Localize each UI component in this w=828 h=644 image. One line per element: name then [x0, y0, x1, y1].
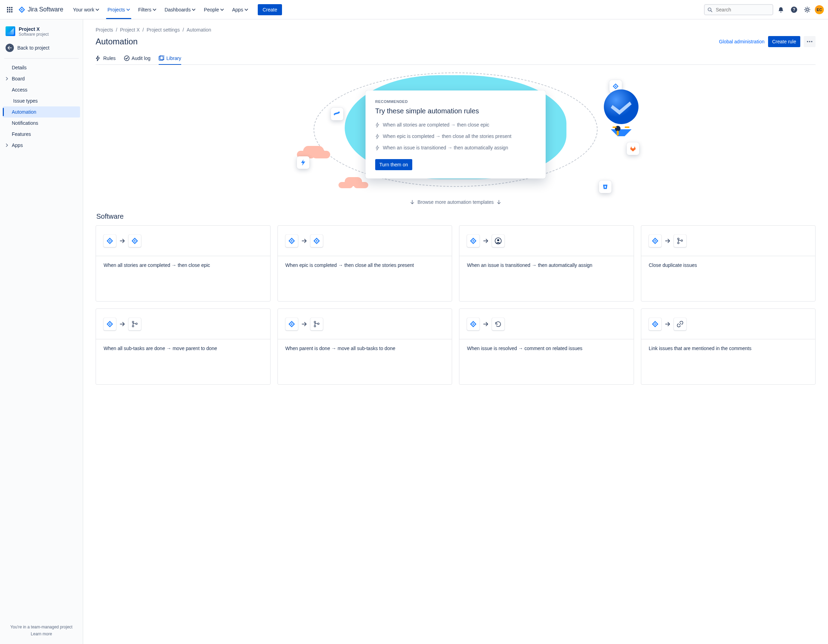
jira-token-icon [285, 318, 298, 330]
template-card-label: When epic is completed → then close all … [278, 256, 452, 274]
branch-token-icon [310, 318, 323, 330]
back-to-project[interactable]: Back to project [3, 40, 80, 55]
settings-icon[interactable] [802, 4, 813, 15]
bolt-icon [375, 123, 380, 128]
avatar[interactable]: EC [815, 5, 824, 14]
footer-text: You're in a team-managed project [4, 625, 78, 630]
template-card-header [459, 226, 634, 256]
browse-more[interactable]: Browse more automation templates [96, 199, 815, 205]
chevron-down-icon [96, 8, 99, 11]
project-name: Project X [19, 26, 49, 32]
template-card[interactable]: When all sub-tasks are done → move paren… [96, 308, 271, 385]
recommended-rule-text: When all stories are completed → then cl… [383, 122, 489, 128]
sidebar-item-label: Details [12, 65, 27, 71]
branch-token-icon [129, 318, 141, 330]
sidebar-item-access[interactable]: Access [3, 84, 80, 95]
tab-rules[interactable]: Rules [96, 53, 116, 64]
svg-rect-18 [613, 127, 617, 128]
page-title: Automation [96, 37, 138, 46]
sidebar-footer: You're in a team-managed project Learn m… [3, 621, 80, 641]
nav-item-filters[interactable]: Filters [134, 0, 160, 19]
template-card-label: Close duplicate issues [641, 256, 815, 274]
recommended-rule: When all stories are completed → then cl… [375, 122, 536, 128]
svg-rect-20 [617, 131, 619, 135]
chevron-right-icon [6, 143, 10, 147]
confluence-tile-icon [331, 108, 343, 120]
sidebar-item-issue-types[interactable]: Issue types [3, 95, 80, 107]
template-card-header [96, 309, 270, 339]
sidebar: Project X Software project Back to proje… [0, 19, 83, 644]
nav-item-projects[interactable]: Projects [103, 0, 134, 19]
template-card-header [641, 226, 815, 256]
template-card[interactable]: When parent is done → move all sub-tasks… [278, 308, 452, 385]
decorative-cloud-icon [345, 177, 362, 186]
sidebar-item-label: Features [12, 131, 31, 137]
templates-grid: When all stories are completed → then cl… [96, 225, 815, 385]
sidebar-item-board[interactable]: Board [3, 73, 80, 84]
bolt-icon [96, 55, 101, 61]
sidebar-item-label: Notifications [12, 120, 38, 126]
template-card-header [641, 309, 815, 339]
sidebar-item-features[interactable]: Features [3, 129, 80, 140]
sidebar-item-notifications[interactable]: Notifications [3, 118, 80, 129]
bitbucket-tile-icon [599, 181, 612, 193]
breadcrumb-item[interactable]: Project X [120, 27, 140, 33]
chevron-down-icon [153, 8, 156, 11]
search-box[interactable] [704, 4, 773, 15]
tab-label: Library [166, 55, 181, 61]
nav-item-your-work[interactable]: Your work [69, 0, 103, 19]
template-card[interactable]: Link issues that are mentioned in the co… [641, 308, 816, 385]
create-rule-button[interactable]: Create rule [768, 36, 800, 47]
notifications-icon[interactable] [775, 4, 786, 15]
arrow-down-icon [496, 199, 501, 204]
nav-item-apps[interactable]: Apps [228, 0, 252, 19]
jira-token-icon [310, 235, 323, 247]
template-card-header [459, 309, 634, 339]
template-card[interactable]: Close duplicate issues [641, 225, 816, 302]
breadcrumb-item[interactable]: Project settings [147, 27, 180, 33]
search-input[interactable] [715, 6, 770, 13]
tab-audit-log[interactable]: Audit log [124, 53, 151, 64]
arrow-right-icon [665, 238, 670, 243]
sidebar-item-details[interactable]: Details [3, 62, 80, 73]
breadcrumb-item[interactable]: Projects [96, 27, 113, 33]
user-token-icon [492, 235, 505, 247]
template-card[interactable]: When epic is completed → then close all … [278, 225, 452, 302]
arrow-down-icon [410, 199, 415, 204]
template-card-label: When an issue is transitioned → then aut… [459, 256, 634, 274]
browse-more-label: Browse more automation templates [417, 199, 494, 205]
nav-item-dashboards[interactable]: Dashboards [160, 0, 200, 19]
turn-on-button[interactable]: Turn them on [375, 159, 412, 170]
help-icon[interactable] [789, 4, 800, 15]
jira-token-icon [467, 318, 480, 330]
global-admin-link[interactable]: Global administration [719, 39, 765, 44]
project-avatar-icon [6, 26, 15, 36]
sidebar-item-label: Board [12, 76, 25, 82]
more-actions-button[interactable] [804, 36, 815, 47]
learn-more-link[interactable]: Learn more [4, 631, 78, 636]
create-button[interactable]: Create [258, 4, 282, 15]
nav-item-label: Dashboards [165, 7, 191, 13]
breadcrumb-separator: / [116, 27, 118, 33]
sidebar-item-apps[interactable]: Apps [3, 140, 80, 151]
app-switcher-icon[interactable] [4, 4, 15, 15]
sidebar-item-automation[interactable]: Automation [3, 107, 80, 118]
primary-nav: Your workProjectsFiltersDashboardsPeople… [69, 0, 252, 19]
template-card-header [278, 226, 452, 256]
project-header[interactable]: Project X Software project [3, 26, 80, 40]
template-card[interactable]: When all stories are completed → then cl… [96, 225, 271, 302]
jira-token-icon [467, 235, 480, 247]
breadcrumb-item[interactable]: Automation [187, 27, 211, 33]
nav-item-people[interactable]: People [199, 0, 228, 19]
jira-token-icon [104, 235, 116, 247]
bolt-icon [375, 145, 380, 151]
template-card[interactable]: When issue is resolved → comment on rela… [459, 308, 634, 385]
project-type: Software project [19, 32, 49, 37]
template-card[interactable]: When an issue is transitioned → then aut… [459, 225, 634, 302]
product-logo[interactable]: Jira Software [18, 6, 63, 14]
arrow-right-icon [483, 238, 488, 243]
tab-library[interactable]: Library [159, 53, 181, 64]
arrow-right-icon [301, 238, 307, 243]
dots-horizontal-icon [806, 38, 813, 45]
template-card-label: When issue is resolved → comment on rela… [459, 339, 634, 357]
